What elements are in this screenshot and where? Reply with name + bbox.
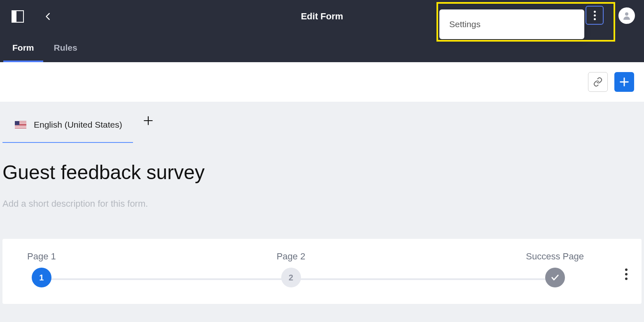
tab-rules[interactable]: Rules [54, 33, 77, 62]
link-icon [593, 77, 603, 87]
panel-toggle-icon[interactable] [12, 10, 24, 23]
step-page-1[interactable]: Page 1 1 [27, 251, 56, 287]
step-page-2[interactable]: Page 2 2 [277, 251, 306, 287]
step-success[interactable]: Success Page [526, 251, 584, 287]
more-options-button[interactable] [586, 6, 604, 25]
action-row [0, 62, 644, 102]
check-icon [551, 273, 560, 282]
plus-icon [618, 76, 630, 88]
kebab-icon [594, 11, 596, 20]
language-label: English (United States) [34, 120, 122, 130]
plus-icon [143, 115, 154, 126]
step-circle [545, 268, 565, 287]
settings-menu-item[interactable]: Settings [439, 9, 584, 39]
settings-menu-label: Settings [449, 19, 481, 29]
form-title[interactable]: Guest feedback survey [2, 161, 642, 184]
step-circle: 2 [281, 268, 301, 287]
add-language-button[interactable] [140, 115, 156, 140]
form-description-placeholder[interactable]: Add a short description for this form. [2, 198, 642, 209]
link-button[interactable] [588, 72, 608, 92]
svg-point-0 [625, 12, 628, 16]
user-avatar[interactable] [618, 7, 635, 24]
chevron-left-icon [44, 12, 53, 21]
stepper-options-button[interactable] [625, 268, 628, 280]
tab-form[interactable]: Form [12, 33, 34, 62]
page-title: Edit Form [301, 11, 343, 22]
user-icon [622, 11, 632, 21]
step-label: Page 1 [27, 251, 56, 262]
add-button[interactable] [614, 72, 634, 92]
step-circle: 1 [32, 268, 51, 287]
step-label: Page 2 [277, 251, 306, 262]
back-button[interactable] [44, 12, 53, 21]
language-tab[interactable]: English (United States) [2, 112, 133, 143]
step-label: Success Page [526, 251, 584, 262]
us-flag-icon [15, 121, 26, 128]
stepper-line [48, 278, 563, 280]
page-stepper-card: Page 1 1 Page 2 2 Success Page [2, 239, 642, 304]
